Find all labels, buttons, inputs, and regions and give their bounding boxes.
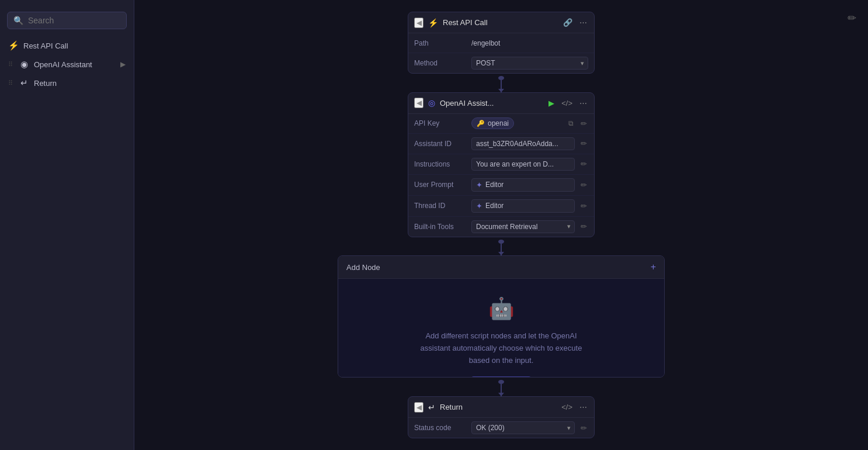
user-prompt-editor-icon: ✦: [476, 181, 482, 189]
api-key-copy-btn[interactable]: ⧉: [567, 118, 575, 129]
search-box[interactable]: 🔍 ≡: [7, 12, 127, 29]
return-code-icon[interactable]: </>: [560, 401, 574, 413]
robot-icon: 🤖: [488, 296, 515, 321]
instructions-value: You are an expert on D...: [471, 158, 575, 171]
search-input[interactable]: [28, 16, 130, 25]
assistant-id-field: Assistant ID asst_b3ZR0AdARoAdda... ✏: [408, 134, 594, 154]
path-field: Path /engelbot: [408, 33, 594, 53]
rest-api-call-collapse-btn[interactable]: ◀: [414, 18, 423, 28]
drag-handle-icon: ⠿: [8, 79, 13, 87]
user-prompt-edit-btn[interactable]: ✏: [579, 179, 588, 191]
thread-id-editor-label: Editor: [485, 202, 504, 210]
path-value: /engelbot: [471, 39, 588, 47]
more-icon[interactable]: ⋯: [578, 17, 588, 28]
user-prompt-editor-label: Editor: [485, 181, 504, 189]
api-key-field: API Key 🔑 openai ⧉ ✏: [408, 114, 594, 134]
thread-id-editor-badge: ✦ Editor: [471, 199, 575, 213]
status-code-select-wrapper: OK (200) Created (201) Bad Request (400)…: [471, 421, 575, 434]
drag-handle-icon: ⠿: [8, 61, 13, 68]
return-title: Return: [440, 403, 555, 411]
return-node: ◀ ↵ Return </> ⋯ Status code OK (200) Cr…: [408, 396, 595, 438]
user-prompt-field: User Prompt ✦ Editor ✏: [408, 175, 594, 196]
api-key-chip: 🔑 openai: [471, 117, 514, 129]
assistant-id-value: asst_b3ZR0AdARoAdda...: [471, 137, 575, 150]
add-node-title: Add Node: [346, 263, 646, 272]
rest-api-call-title: Rest API Call: [443, 18, 557, 27]
add-node-container: Add Node + 🤖 Add different script nodes …: [338, 255, 665, 378]
sidebar: 🔍 ≡ ⚡ Rest API Call ⠿ ◉ OpenAI Assistant…: [0, 0, 134, 450]
status-code-field: Status code OK (200) Created (201) Bad R…: [408, 418, 594, 438]
main-canvas: ✏ ◀ ⚡ Rest API Call 🔗 ⋯ Path /engelbot M…: [134, 0, 868, 450]
add-node-header: Add Node +: [338, 256, 664, 279]
thread-id-field: Thread ID ✦ Editor ✏: [408, 196, 594, 217]
thread-id-label: Thread ID: [414, 202, 467, 210]
add-node-description: Add different script nodes and let the O…: [414, 330, 589, 366]
openai-assistant-icon: ◉: [19, 59, 29, 70]
connector-dot-1: [498, 76, 504, 80]
api-key-chip-label: openai: [488, 119, 509, 127]
method-label: Method: [414, 59, 467, 67]
openai-assistant-title-icon: ◎: [428, 98, 435, 108]
rest-api-call-node-header: ◀ ⚡ Rest API Call 🔗 ⋯: [408, 12, 594, 33]
thread-id-editor-icon: ✦: [476, 202, 482, 210]
status-code-edit-btn[interactable]: ✏: [579, 423, 588, 434]
api-key-chip-icon: 🔑: [477, 120, 485, 127]
rest-api-call-icon: ⚡: [8, 40, 19, 51]
sidebar-item-label: OpenAI Assistant: [34, 60, 116, 69]
method-select[interactable]: POST GET PUT DELETE: [471, 57, 588, 70]
method-field: Method POST GET PUT DELETE: [408, 53, 594, 73]
return-icon: ↵: [19, 78, 29, 88]
sidebar-item-openai-assistant[interactable]: ⠿ ◉ OpenAI Assistant ▶: [0, 55, 134, 74]
code-icon[interactable]: </>: [560, 98, 574, 109]
method-select-wrapper: POST GET PUT DELETE: [471, 57, 588, 70]
return-actions: </> ⋯: [560, 401, 588, 413]
connector-3: [501, 384, 502, 396]
built-in-tools-select[interactable]: Document Retrieval Code Interpreter Func…: [471, 220, 575, 233]
thread-id-edit-btn[interactable]: ✏: [579, 200, 588, 212]
status-code-label: Status code: [414, 424, 467, 432]
assistant-id-edit-btn[interactable]: ✏: [579, 138, 588, 149]
add-node-body: 🤖 Add different script nodes and let the…: [338, 279, 664, 378]
api-key-label: API Key: [414, 119, 467, 127]
sidebar-item-return[interactable]: ⠿ ↵ Return: [0, 74, 134, 92]
path-label: Path: [414, 39, 467, 47]
add-node-header-plus-btn[interactable]: +: [651, 262, 656, 272]
built-in-tools-select-wrapper: Document Retrieval Code Interpreter Func…: [471, 220, 575, 233]
assistant-id-label: Assistant ID: [414, 140, 467, 148]
sidebar-item-label: Return: [34, 79, 126, 88]
rest-api-call-actions: 🔗 ⋯: [562, 17, 588, 28]
openai-assistant-node-header: ◀ ◎ OpenAI Assist... ▶ </> ⋯: [408, 93, 594, 114]
instructions-field: Instructions You are an expert on D... ✏: [408, 154, 594, 175]
openai-assistant-node: ◀ ◎ OpenAI Assist... ▶ </> ⋯ API Key 🔑 o…: [408, 92, 595, 237]
openai-assistant-title: OpenAI Assist...: [440, 99, 543, 108]
user-prompt-label: User Prompt: [414, 181, 467, 189]
play-icon[interactable]: ▶: [547, 98, 555, 109]
built-in-tools-field: Built-in Tools Document Retrieval Code I…: [408, 217, 594, 237]
openai-assistant-actions: ▶ </> ⋯: [547, 98, 588, 109]
add-node-btn[interactable]: + Add node: [470, 376, 532, 378]
sidebar-item-label: Rest API Call: [23, 41, 126, 50]
rest-api-call-title-icon: ⚡: [428, 18, 438, 27]
built-in-tools-edit-btn[interactable]: ✏: [579, 221, 588, 232]
status-code-select[interactable]: OK (200) Created (201) Bad Request (400)…: [471, 421, 575, 434]
sidebar-item-rest-api-call[interactable]: ⚡ Rest API Call: [0, 36, 134, 55]
top-right-pencil-icon[interactable]: ✏: [848, 12, 856, 25]
connector-dot-2: [498, 240, 504, 244]
return-title-icon: ↵: [428, 403, 435, 412]
built-in-tools-label: Built-in Tools: [414, 223, 467, 231]
link-icon[interactable]: 🔗: [562, 17, 574, 28]
connector-dot-3: [498, 380, 504, 384]
rest-api-call-node: ◀ ⚡ Rest API Call 🔗 ⋯ Path /engelbot Met…: [408, 12, 595, 74]
instructions-label: Instructions: [414, 160, 467, 168]
connector-2: [501, 244, 502, 256]
arrow-icon: ▶: [120, 60, 126, 68]
api-key-edit-btn[interactable]: ✏: [579, 118, 588, 129]
more-icon[interactable]: ⋯: [578, 98, 588, 109]
return-collapse-btn[interactable]: ◀: [414, 402, 423, 413]
connector-1: [501, 80, 502, 92]
instructions-edit-btn[interactable]: ✏: [579, 158, 588, 169]
search-icon: 🔍: [13, 16, 23, 25]
openai-assistant-collapse-btn[interactable]: ◀: [414, 98, 423, 108]
return-more-icon[interactable]: ⋯: [578, 401, 588, 413]
api-key-value-wrap: 🔑 openai: [471, 117, 563, 129]
